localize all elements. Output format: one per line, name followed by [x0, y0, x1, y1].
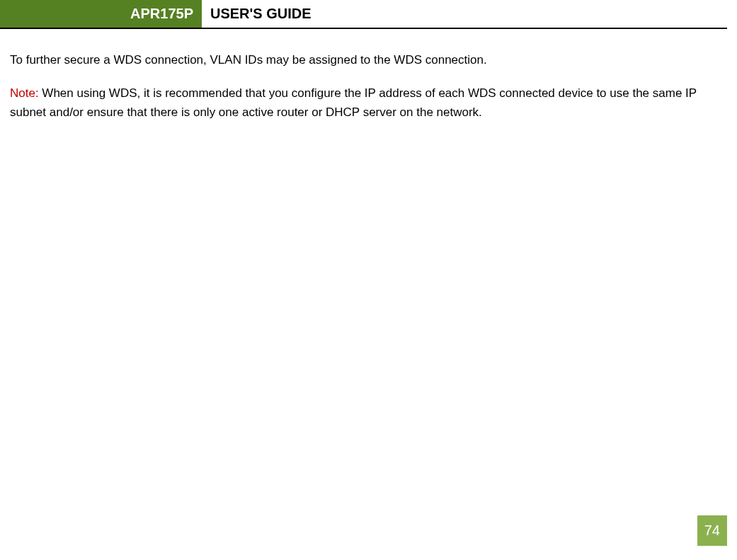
guide-title: USER'S GUIDE	[202, 0, 312, 28]
page-header: APR175P USER'S GUIDE	[0, 0, 727, 29]
model-number: APR175P	[130, 6, 193, 22]
guide-title-text: USER'S GUIDE	[210, 6, 312, 22]
paragraph-1: To further secure a WDS connection, VLAN…	[10, 50, 727, 69]
note-label: Note:	[10, 86, 39, 100]
note-text: When using WDS, it is recommended that y…	[10, 86, 697, 119]
body-content: To further secure a WDS connection, VLAN…	[0, 29, 737, 122]
model-box: APR175P	[0, 0, 202, 28]
paragraph-note: Note: When using WDS, it is recommended …	[10, 84, 727, 122]
page-number: 74	[704, 522, 720, 538]
page-number-box: 74	[697, 515, 727, 546]
